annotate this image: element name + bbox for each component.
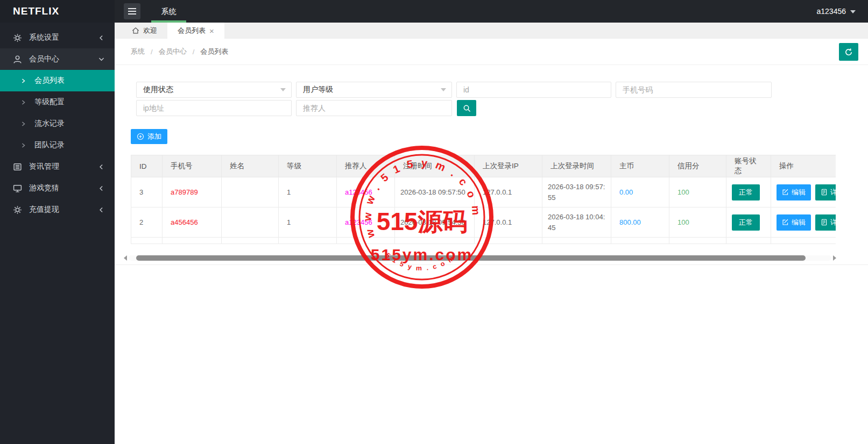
cell-referrer: a123456 bbox=[337, 177, 395, 207]
status-normal-button[interactable]: 正常 bbox=[732, 184, 760, 200]
level-select[interactable]: 用户等级 bbox=[296, 82, 452, 98]
col-header-last-login: 上次登录时间 bbox=[542, 155, 611, 177]
col-header-reg-time: 注册时间 bbox=[395, 155, 475, 177]
phone-input[interactable] bbox=[616, 82, 772, 98]
edit-button[interactable]: 编辑 bbox=[777, 214, 811, 231]
add-button[interactable]: 添加 bbox=[131, 129, 167, 144]
sidebar-item-label: 充值提现 bbox=[29, 205, 59, 214]
topnav-item-system[interactable]: 系统 bbox=[151, 0, 186, 23]
cell-reg-time: 2026-03-18 09:54:36 bbox=[395, 207, 475, 238]
cell-id: 3 bbox=[131, 177, 163, 207]
cell-credit: 100 bbox=[669, 177, 726, 207]
sidebar-subitem-flow-records[interactable]: 流水记录 bbox=[0, 113, 115, 134]
sidebar-item-system-settings[interactable]: 系统设置 bbox=[0, 27, 115, 48]
chevron-left-icon bbox=[98, 206, 105, 213]
cell-phone: a789789 bbox=[163, 177, 222, 207]
cell-actions: 编辑详情 bbox=[771, 177, 836, 207]
tab-welcome[interactable]: 欢迎 bbox=[122, 23, 167, 39]
breadcrumb-item-system[interactable]: 系统 bbox=[131, 47, 145, 56]
cell-level: 1 bbox=[279, 207, 337, 238]
sidebar-nav: 系统设置 会员中心 会员列表 等级配置 流水记录 团队记录 资讯管理 bbox=[0, 23, 115, 220]
referrer-input[interactable] bbox=[296, 100, 452, 116]
edit-button[interactable]: 编辑 bbox=[777, 184, 811, 200]
sidebar-item-game-betting[interactable]: 游戏竞猜 bbox=[0, 177, 115, 199]
panel-bottom-border bbox=[115, 264, 868, 265]
cell-id: 2 bbox=[131, 207, 163, 238]
hamburger-menu-button[interactable] bbox=[124, 3, 140, 19]
sidebar-item-member-center[interactable]: 会员中心 bbox=[0, 48, 115, 70]
id-input[interactable] bbox=[456, 82, 611, 98]
scroll-left-arrow[interactable] bbox=[121, 255, 127, 261]
tab-bar: 欢迎 会员列表 × bbox=[115, 23, 868, 39]
breadcrumb: 系统 / 会员中心 / 会员列表 bbox=[131, 39, 228, 65]
topbar: 系统 a123456 bbox=[115, 0, 868, 23]
sidebar-subitem-member-list[interactable]: 会员列表 bbox=[0, 70, 115, 91]
add-button-label: 添加 bbox=[147, 132, 161, 141]
cell-level: 1 bbox=[279, 177, 337, 207]
user-menu[interactable]: a123456 bbox=[816, 0, 856, 23]
detail-button-label: 详情 bbox=[830, 218, 836, 227]
table-header-row: ID 手机号 姓名 等级 推荐人 注册时间 上次登录IP 上次登录时间 主币 信… bbox=[131, 155, 836, 177]
status-select[interactable]: 使用状态 bbox=[136, 82, 292, 98]
status-normal-button[interactable]: 正常 bbox=[732, 214, 760, 231]
tab-member-list[interactable]: 会员列表 × bbox=[167, 23, 224, 39]
sidebar-item-news-management[interactable]: 资讯管理 bbox=[0, 156, 115, 177]
col-header-name: 姓名 bbox=[222, 155, 279, 177]
scrollbar-thumb[interactable] bbox=[136, 255, 806, 261]
ip-input[interactable] bbox=[136, 100, 292, 116]
sidebar-item-recharge-withdraw[interactable]: 充值提现 bbox=[0, 199, 115, 220]
sidebar-subitem-label: 会员列表 bbox=[34, 76, 65, 85]
cell-coin: 0.00 bbox=[611, 177, 669, 207]
sidebar-subitem-label: 等级配置 bbox=[34, 97, 65, 107]
detail-button[interactable]: 详情 bbox=[815, 184, 836, 200]
close-icon[interactable]: × bbox=[209, 27, 214, 35]
col-header-coin: 主币 bbox=[611, 155, 669, 177]
breadcrumb-item-member-list: 会员列表 bbox=[200, 47, 228, 56]
home-icon bbox=[132, 27, 139, 34]
detail-button[interactable]: 详情 bbox=[815, 214, 836, 231]
cell-phone: a456456 bbox=[163, 207, 222, 238]
monitor-icon bbox=[13, 184, 22, 193]
chevron-right-icon bbox=[20, 99, 26, 105]
col-header-status: 账号状态 bbox=[726, 155, 771, 177]
col-header-phone: 手机号 bbox=[163, 155, 222, 177]
status-select-value: 使用状态 bbox=[143, 85, 173, 95]
breadcrumb-item-member-center[interactable]: 会员中心 bbox=[159, 47, 187, 56]
cell-actions: 编辑详情 bbox=[771, 207, 836, 238]
chevron-right-icon bbox=[20, 142, 26, 148]
tab-label: 会员列表 bbox=[178, 26, 206, 35]
search-button[interactable] bbox=[457, 100, 476, 116]
col-header-actions: 操作 bbox=[771, 155, 836, 177]
table-row: 3 a789789 1 a123456 2026-03-18 09:57:50 … bbox=[131, 177, 836, 207]
tab-label: 欢迎 bbox=[143, 26, 157, 35]
col-header-credit: 信用分 bbox=[669, 155, 726, 177]
breadcrumb-bar: 系统 / 会员中心 / 会员列表 bbox=[115, 39, 868, 65]
col-header-referrer: 推荐人 bbox=[337, 155, 395, 177]
cell-last-login: 2026-03-18 09:57:55 bbox=[542, 177, 611, 207]
username-label: a123456 bbox=[816, 7, 846, 16]
member-table: ID 手机号 姓名 等级 推荐人 注册时间 上次登录IP 上次登录时间 主币 信… bbox=[131, 155, 836, 244]
cell-last-ip: 127.0.0.1 bbox=[475, 177, 542, 207]
cell-coin: 800.00 bbox=[611, 207, 669, 238]
scrollbar-track[interactable] bbox=[129, 255, 831, 261]
table-row: 2 a456456 1 a123456 2026-03-18 09:54:36 … bbox=[131, 207, 836, 238]
document-icon bbox=[821, 189, 828, 196]
chevron-right-icon bbox=[20, 78, 26, 84]
sidebar-item-label: 游戏竞猜 bbox=[29, 183, 59, 193]
chevron-left-icon bbox=[98, 34, 105, 41]
breadcrumb-separator: / bbox=[193, 48, 195, 56]
caret-down-icon bbox=[441, 88, 446, 94]
sidebar-item-label: 会员中心 bbox=[29, 54, 59, 64]
search-icon bbox=[463, 104, 471, 112]
gear-icon bbox=[13, 205, 22, 214]
edit-button-label: 编辑 bbox=[792, 218, 806, 227]
col-header-last-ip: 上次登录IP bbox=[475, 155, 542, 177]
refresh-button[interactable] bbox=[839, 43, 858, 61]
sidebar-subitem-level-config[interactable]: 等级配置 bbox=[0, 91, 115, 113]
news-icon bbox=[13, 162, 22, 171]
cell-name bbox=[222, 177, 279, 207]
edit-icon bbox=[782, 219, 789, 226]
sidebar-subitem-team-records[interactable]: 团队记录 bbox=[0, 134, 115, 156]
scroll-right-arrow[interactable] bbox=[833, 255, 839, 261]
user-icon bbox=[13, 55, 22, 64]
